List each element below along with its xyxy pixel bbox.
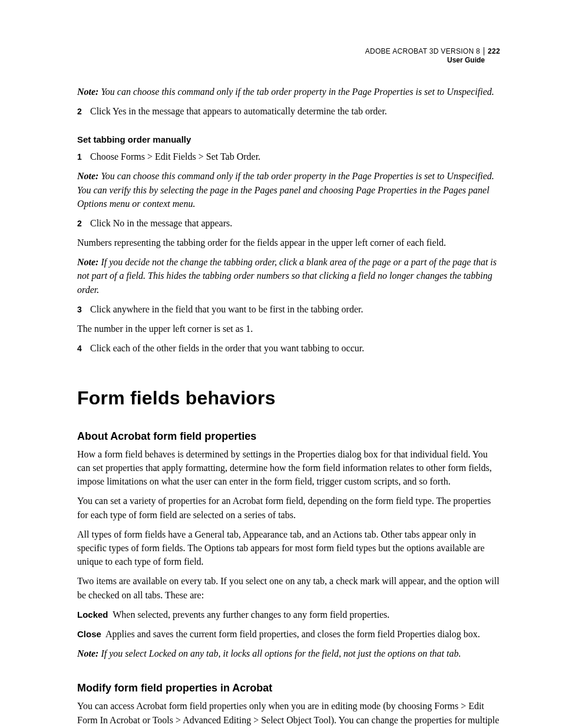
note-label: Note: (77, 171, 98, 181)
page-content: Note: You can choose this command only i… (77, 85, 500, 728)
step-text: Click each of the other fields in the or… (90, 343, 364, 353)
term-close: Close (77, 629, 101, 639)
note-label: Note: (77, 257, 98, 267)
manual-step-2: 2 Click No in the message that appears. (77, 216, 500, 230)
topic-title-modify-properties: Modify form field properties in Acrobat (77, 680, 500, 696)
header-doc-title: User Guide (365, 56, 500, 65)
about-note: Note: If you select Locked on any tab, i… (77, 647, 500, 660)
step-number: 3 (77, 304, 85, 315)
step-text: Choose Forms > Edit Fields > Set Tab Ord… (90, 151, 260, 162)
manual-after-step-3: The number in the upper left corner is s… (77, 322, 500, 335)
step-text: Click Yes in the message that appears to… (90, 106, 387, 116)
def-locked: When selected, prevents any further chan… (113, 610, 389, 620)
about-p1: How a form field behaves is determined b… (77, 447, 500, 489)
about-p4: Two items are available on every tab. If… (77, 574, 500, 601)
step-number: 2 (77, 106, 85, 117)
about-p2: You can set a variety of properties for … (77, 494, 500, 521)
step-text: Click anywhere in the field that you wan… (90, 304, 363, 314)
document-page: ADOBE ACROBAT 3D VERSION 8222 User Guide… (0, 0, 562, 728)
note-label: Note: (77, 87, 98, 97)
manual-step-3: 3 Click anywhere in the field that you w… (77, 302, 500, 316)
topic-title-about-properties: About Acrobat form field properties (77, 429, 500, 444)
section-title-form-fields-behaviors: Form fields behaviors (77, 384, 500, 411)
step-number: 4 (77, 342, 85, 354)
intro-note: Note: You can choose this command only i… (77, 85, 500, 98)
manual-step-1: 1 Choose Forms > Edit Fields > Set Tab O… (77, 150, 500, 163)
term-locked: Locked (77, 610, 108, 620)
modify-p1: You can access Acrobat form field proper… (77, 699, 500, 728)
manual-after-step-2: Numbers representing the tabbing order f… (77, 236, 500, 249)
running-header: ADOBE ACROBAT 3D VERSION 8222 User Guide (365, 47, 500, 65)
note-body: You can choose this command only if the … (77, 171, 494, 208)
definition-locked: Locked When selected, prevents any furth… (77, 608, 500, 621)
step-text: Click No in the message that appears. (90, 218, 232, 228)
intro-step-2: 2 Click Yes in the message that appears … (77, 104, 500, 118)
subheading-set-tab-order-manually: Set tabbing order manually (77, 133, 500, 146)
definition-close: Close Applies and saves the current form… (77, 627, 500, 641)
header-line1: ADOBE ACROBAT 3D VERSION 8222 (365, 47, 500, 56)
note-label: Note: (77, 648, 98, 658)
about-p3: All types of form fields have a General … (77, 528, 500, 569)
header-product: ADOBE ACROBAT 3D VERSION 8 (365, 47, 480, 55)
manual-step-4: 4 Click each of the other fields in the … (77, 341, 500, 355)
def-close: Applies and saves the current form field… (105, 629, 480, 639)
step-number: 1 (77, 151, 85, 163)
manual-note-1: Note: You can choose this command only i… (77, 169, 500, 210)
step-number: 2 (77, 218, 85, 229)
note-body: You can choose this command only if the … (98, 87, 494, 97)
note-body: If you select Locked on any tab, it lock… (98, 648, 461, 658)
page-number: 222 (484, 47, 500, 55)
note-body: If you decide not the change the tabbing… (77, 257, 497, 294)
manual-note-2: Note: If you decide not the change the t… (77, 255, 500, 297)
